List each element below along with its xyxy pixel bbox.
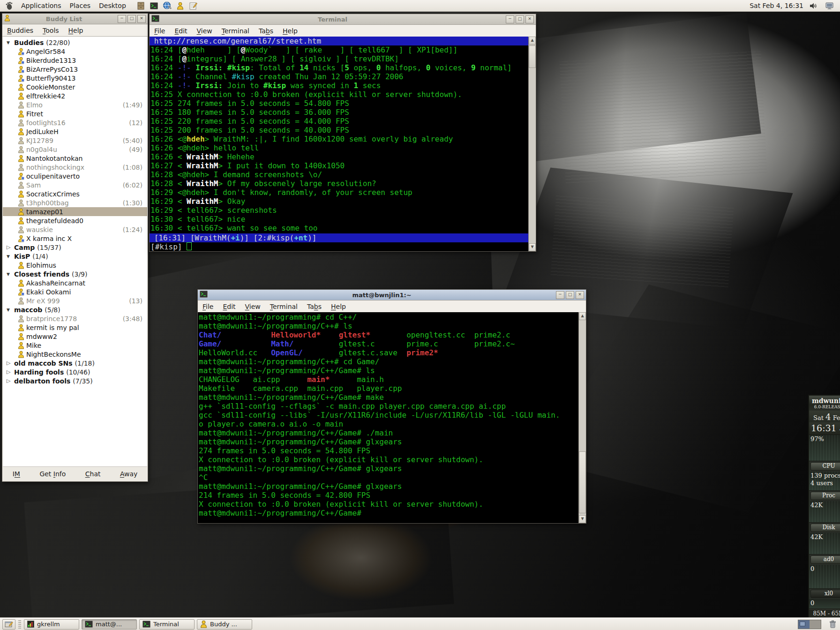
menu-help[interactable]: Help [331, 303, 346, 310]
close-button[interactable]: ✕ [137, 15, 146, 23]
shell-titlebar[interactable]: matt@bwnjlin1:~ ─ □ ✕ [198, 290, 586, 300]
buddy-group-row[interactable]: ▼maccob(5/8) [3, 305, 147, 314]
gnome-foot-icon[interactable] [3, 0, 15, 11]
scrollbar-thumb[interactable] [529, 45, 536, 68]
menu-edit[interactable]: Edit [223, 303, 235, 310]
scroll-up-button[interactable]: ▲ [529, 37, 536, 45]
buddy-row[interactable]: Elmo(1:49) [3, 100, 147, 109]
maximize-button[interactable]: □ [566, 291, 574, 299]
irssi-titlebar[interactable]: Terminal ─ □ ✕ [150, 14, 536, 25]
buddy-row[interactable]: SocraticxCrimes [3, 189, 147, 198]
buddy-group-row[interactable]: ▷Harding fools(10/46) [3, 368, 147, 376]
buddy-row[interactable]: bratprince1778(3:48) [3, 314, 147, 323]
gaim-icon[interactable] [174, 0, 187, 11]
buddy-row[interactable]: mdwww2 [3, 332, 147, 341]
menu-help[interactable]: Help [283, 27, 298, 35]
buddy-row[interactable]: n0g0al4u(49) [3, 145, 147, 154]
buddy-row[interactable]: JediLukeH [3, 127, 147, 136]
buddy-row[interactable]: tamazep01 [3, 207, 147, 216]
ad0-label-button[interactable]: ad0 [810, 555, 840, 564]
buddy-row[interactable]: X karma inc X [3, 234, 147, 243]
buddy-row[interactable]: CookieMonster [3, 82, 147, 91]
buddy-row[interactable]: nothingshockingx(1:08) [3, 163, 147, 172]
shell-scrollbar[interactable]: ▲ ▼ [578, 312, 586, 523]
irssi-scrollbar[interactable]: ▲ ▼ [528, 37, 536, 251]
button-chat[interactable]: Chat [81, 469, 105, 479]
buddy-row[interactable]: NightBeckonsMe [3, 350, 147, 359]
workspace-1[interactable] [798, 620, 810, 629]
buddy-row[interactable]: Mr eX 999(13) [3, 296, 147, 305]
group-collapsed-icon[interactable]: ▷ [7, 369, 14, 375]
buddy-row[interactable]: elftrekkie42 [3, 91, 147, 100]
buddy-row[interactable]: Fitret [3, 109, 147, 118]
buddy-row[interactable]: footlights16(12) [3, 118, 147, 127]
buddy-row[interactable]: Sam(6:02) [3, 180, 147, 189]
group-collapsed-icon[interactable]: ▷ [7, 244, 14, 250]
buddy-row[interactable]: BizArrePysCo13 [3, 65, 147, 74]
proc-label-button[interactable]: Proc [810, 492, 840, 500]
taskbar-button-matt-[interactable]: matt@... [82, 619, 137, 630]
shell-terminal-content[interactable]: matt@mdwuni1:~/programming# cd C++/matt@… [198, 312, 586, 523]
menu-file[interactable]: File [202, 303, 213, 310]
group-expanded-icon[interactable]: ▼ [7, 308, 14, 312]
group-expanded-icon[interactable]: ▼ [7, 272, 14, 277]
menu-terminal[interactable]: Terminal [222, 27, 249, 35]
buddy-row[interactable]: Nantokotantokan [3, 154, 147, 163]
maximize-button[interactable]: □ [516, 15, 524, 23]
buddy-group-row[interactable]: ▷Camp(15/37) [3, 243, 147, 252]
scroll-down-button[interactable]: ▼ [529, 243, 536, 251]
buddy-row[interactable]: kermit is my pal [3, 323, 147, 332]
buddy-group-row[interactable]: ▼Buddies(22/80) [3, 38, 147, 47]
text-editor-icon[interactable] [188, 0, 200, 11]
maximize-button[interactable]: □ [128, 15, 136, 23]
menu-view[interactable]: View [197, 27, 212, 35]
menu-help[interactable]: Help [68, 27, 83, 34]
menu-file[interactable]: File [154, 27, 165, 35]
memory-meter[interactable]: 85M - 65M [809, 609, 840, 619]
close-button[interactable]: ✕ [576, 291, 584, 299]
button-away[interactable]: Away [115, 469, 142, 479]
cpu-label-button[interactable]: CPU [810, 462, 840, 471]
buddy-list-titlebar[interactable]: Buddy List ─ □ ✕ [2, 14, 148, 24]
menu-edit[interactable]: Edit [174, 27, 187, 35]
group-expanded-icon[interactable]: ▼ [7, 40, 14, 45]
panel-menu-places[interactable]: Places [66, 1, 95, 10]
buddy-row[interactable]: wauskie(1:24) [3, 225, 147, 234]
minimize-button[interactable]: ─ [556, 291, 564, 299]
file-manager-icon[interactable] [135, 0, 147, 11]
close-button[interactable]: ✕ [525, 15, 534, 23]
buddy-group-row[interactable]: ▼KisP(1/4) [3, 252, 147, 261]
buddy-row[interactable]: oculipenitaverto [3, 172, 147, 180]
buddy-group-row[interactable]: ▷delbarton fools(7/35) [3, 376, 147, 385]
buddy-list-tree[interactable]: ▼Buddies(22/80)AngelGr584Bikerdude1313Bi… [3, 36, 147, 466]
buddy-row[interactable]: Elohimus [3, 261, 147, 270]
menu-tabs[interactable]: Tabs [259, 27, 273, 35]
buddy-group-row[interactable]: ▼Closest friends(3/9) [3, 270, 147, 278]
menu-tabs[interactable]: Tabs [307, 303, 322, 310]
volume-icon[interactable] [807, 0, 819, 11]
terminal-icon[interactable] [148, 0, 160, 11]
menu-terminal[interactable]: Terminal [270, 303, 298, 310]
group-expanded-icon[interactable]: ▼ [7, 254, 14, 259]
taskbar-button-buddy-[interactable]: Buddy ... [197, 619, 252, 630]
buddy-row[interactable]: KJ12789(5:40) [3, 136, 147, 145]
panel-menu-applications[interactable]: Applications [17, 1, 66, 10]
buddy-row[interactable]: Bikerdude1313 [3, 56, 147, 65]
menu-tools[interactable]: Tools [43, 27, 59, 34]
menu-buddies[interactable]: Buddies [7, 27, 33, 34]
panel-clock[interactable]: Sat Feb 4, 16:31 [750, 2, 803, 9]
panel-menu-desktop[interactable]: Desktop [95, 1, 130, 10]
group-collapsed-icon[interactable]: ▷ [7, 378, 14, 384]
buddy-row[interactable]: AngelGr584 [3, 47, 147, 56]
buddy-row[interactable]: thegratefuldead0 [3, 216, 147, 225]
minimize-button[interactable]: ─ [506, 15, 514, 23]
show-desktop-button[interactable] [2, 619, 15, 630]
buddy-row[interactable]: Ekaki Ookami [3, 287, 147, 296]
menu-view[interactable]: View [245, 303, 261, 310]
taskbar-button-gkrellm[interactable]: gkrellm [24, 619, 79, 630]
taskbar-button-terminal[interactable]: Terminal [139, 619, 195, 630]
disk-label-button[interactable]: Disk [810, 524, 840, 532]
button-im[interactable]: IM [8, 469, 25, 479]
scroll-down-button[interactable]: ▼ [579, 515, 586, 523]
buddy-row[interactable]: Mike [3, 341, 147, 350]
